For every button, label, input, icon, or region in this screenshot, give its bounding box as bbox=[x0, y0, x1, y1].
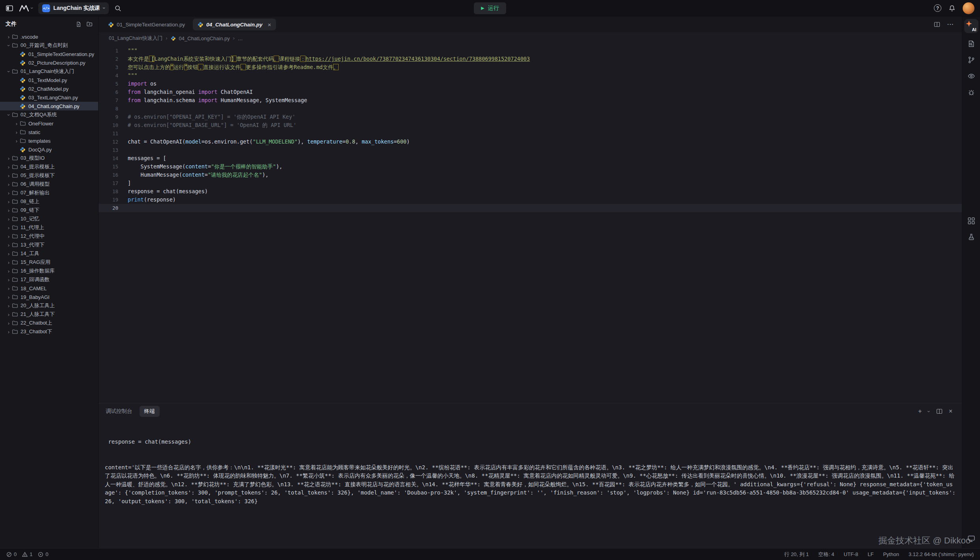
tree-folder-item[interactable]: ›15_RAG应用 bbox=[0, 258, 98, 267]
indentation[interactable]: 空格: 4 bbox=[818, 551, 834, 558]
new-file-icon[interactable] bbox=[76, 21, 82, 27]
code-line-content: # os.environ["OPENAI_API_KEY"] = '你的Open… bbox=[118, 113, 295, 121]
git-branch-icon[interactable] bbox=[965, 54, 977, 65]
tree-folder-item[interactable]: ›08_链上 bbox=[0, 197, 98, 206]
tab-terminal[interactable]: 终端 bbox=[140, 406, 160, 417]
eol-type[interactable]: LF bbox=[868, 551, 874, 557]
tree-folder-item[interactable]: ›12_代理中 bbox=[0, 232, 98, 241]
code-line[interactable]: 20 bbox=[99, 204, 962, 212]
tree-folder-item[interactable]: ›18_CAMEL bbox=[0, 284, 98, 293]
project-switcher[interactable]: </> LangChain 实战课 › bbox=[38, 2, 109, 14]
tree-folder-item[interactable]: ›.vscode bbox=[0, 32, 98, 41]
code-line[interactable]: 19print(response) bbox=[99, 196, 962, 204]
tree-folder-item[interactable]: ›21_人脉工具下 bbox=[0, 310, 98, 319]
eye-icon[interactable] bbox=[965, 71, 977, 82]
problems-warnings[interactable]: 1 bbox=[22, 551, 32, 557]
close-icon[interactable]: × bbox=[268, 22, 271, 28]
monitor-icon[interactable] bbox=[965, 533, 977, 544]
tree-folder-item[interactable]: ›19_BabyAGI bbox=[0, 293, 98, 301]
code-editor[interactable]: 1"""2本文件是【LangChain系统安装和快速入门】章节的配套代码。课程链… bbox=[99, 44, 962, 403]
python-interpreter[interactable]: 3.12.2 64-bit ('shims': pyenv) bbox=[909, 551, 974, 557]
breadcrumb-folder[interactable]: 01_LangChain快速入门 bbox=[109, 35, 163, 42]
tree-folder-item[interactable]: ›17_回调函数 bbox=[0, 275, 98, 284]
code-line[interactable]: 6from langchain_openai import ChatOpenAI bbox=[99, 88, 962, 96]
code-line[interactable]: 11 bbox=[99, 129, 962, 138]
tree-folder-item[interactable]: ›02_文档QA系统 bbox=[0, 110, 98, 119]
code-line[interactable]: 13 bbox=[99, 146, 962, 154]
tree-folder-item[interactable]: ›22_Chatbot上 bbox=[0, 319, 98, 327]
file-search-icon[interactable] bbox=[965, 38, 977, 49]
tab-chatlongchain-active[interactable]: 04_ChatLongChain.py × bbox=[193, 19, 276, 30]
help-icon[interactable]: ? bbox=[934, 4, 941, 12]
tree-folder-item[interactable]: ›01_LangChain快速入门 bbox=[0, 67, 98, 76]
code-line[interactable]: 15 SystemMessage(content="你是一个很棒的智能助手"), bbox=[99, 162, 962, 171]
tab-debug-console[interactable]: 调试控制台 bbox=[106, 408, 132, 415]
ports-indicator[interactable]: 0 bbox=[38, 551, 48, 557]
tree-folder-item[interactable]: ›templates bbox=[0, 136, 98, 145]
close-panel-icon[interactable]: × bbox=[949, 408, 952, 415]
code-line[interactable]: 5import os bbox=[99, 80, 962, 88]
tree-folder-item[interactable]: ›23_Chatbot下 bbox=[0, 327, 98, 336]
tree-folder-item[interactable]: ›14_工具 bbox=[0, 249, 98, 258]
code-line[interactable]: 7from langchain.schema import HumanMessa… bbox=[99, 96, 962, 105]
tree-folder-item[interactable]: ›OneFlower bbox=[0, 119, 98, 128]
tree-folder-item[interactable]: ›07_解析输出 bbox=[0, 189, 98, 197]
flask-test-icon[interactable] bbox=[965, 231, 977, 243]
tree-folder-item[interactable]: ›03_模型IO bbox=[0, 154, 98, 162]
extensions-grid-icon[interactable] bbox=[965, 215, 977, 226]
bug-debug-icon[interactable] bbox=[965, 87, 977, 98]
tree-folder-item[interactable]: ›13_代理下 bbox=[0, 241, 98, 249]
tree-file-item[interactable]: 02_PictureDescription.py bbox=[0, 58, 98, 67]
cursor-position[interactable]: 行 20, 列 1 bbox=[784, 551, 809, 558]
tree-folder-item[interactable]: ›04_提示模板上 bbox=[0, 162, 98, 171]
split-terminal-icon[interactable] bbox=[936, 408, 943, 414]
code-line[interactable]: 3您可以点击上方的“运行”按钮，直接运行该文件。更多操作指引请参考Readme.… bbox=[99, 63, 962, 71]
code-line[interactable]: 2本文件是【LangChain系统安装和快速入门】章节的配套代码。课程链接：ht… bbox=[99, 55, 962, 63]
marscode-logo[interactable]: › bbox=[19, 5, 33, 12]
tree-folder-item[interactable]: ›11_代理上 bbox=[0, 223, 98, 232]
code-line[interactable]: 16 HumanMessage(content="请给我的花店起个名"), bbox=[99, 171, 962, 179]
chevron-down-icon[interactable]: › bbox=[926, 411, 932, 412]
breadcrumb-file[interactable]: 04_ChatLongChain.py bbox=[179, 35, 230, 41]
encoding[interactable]: UTF-8 bbox=[844, 551, 858, 557]
user-avatar[interactable] bbox=[963, 2, 974, 14]
ai-assistant-button[interactable]: AI bbox=[964, 19, 978, 33]
tree-file-item[interactable]: 01_TextModel.py bbox=[0, 76, 98, 84]
tree-folder-item[interactable]: ›static bbox=[0, 128, 98, 136]
notifications-bell-icon[interactable] bbox=[948, 5, 956, 12]
tree-folder-item[interactable]: ›09_链下 bbox=[0, 206, 98, 215]
tree-file-item[interactable]: 03_TextLangChain.py bbox=[0, 93, 98, 102]
code-line[interactable]: 17] bbox=[99, 179, 962, 187]
code-line[interactable]: 1""" bbox=[99, 47, 962, 55]
run-button[interactable]: ▶ 运行 bbox=[474, 2, 506, 14]
tree-file-item[interactable]: 01_SimpleTextGeneration.py bbox=[0, 50, 98, 58]
code-line[interactable]: 12chat = ChatOpenAI(model=os.environ.get… bbox=[99, 138, 962, 146]
code-icon: </> bbox=[42, 4, 50, 12]
code-line[interactable]: 9# os.environ["OPENAI_API_KEY"] = '你的Ope… bbox=[99, 113, 962, 121]
tree-folder-item[interactable]: ›10_记忆 bbox=[0, 215, 98, 223]
tree-folder-item[interactable]: ›16_操作数据库 bbox=[0, 267, 98, 275]
search-icon[interactable] bbox=[114, 5, 121, 12]
code-line[interactable]: 18response = chat(messages) bbox=[99, 187, 962, 196]
split-editor-icon[interactable] bbox=[934, 21, 940, 28]
new-folder-icon[interactable] bbox=[86, 21, 93, 27]
tree-folder-item[interactable]: ›20_人脉工具上 bbox=[0, 301, 98, 310]
tab-simpletextgeneration[interactable]: 01_SimpleTextGeneration.py bbox=[102, 17, 190, 32]
code-line[interactable]: 10# os.environ["OPENAI_BASE_URL"] = 'Ope… bbox=[99, 121, 962, 129]
tree-folder-item[interactable]: ›06_调用模型 bbox=[0, 180, 98, 189]
problems-errors[interactable]: 0 bbox=[6, 551, 17, 557]
tree-folder-item[interactable]: ›00_开篇词_奇点时刻 bbox=[0, 41, 98, 50]
breadcrumb-more[interactable]: … bbox=[238, 35, 243, 41]
sidebar-toggle-icon[interactable] bbox=[6, 4, 13, 12]
tree-file-item[interactable]: DocQA.py bbox=[0, 145, 98, 154]
new-terminal-icon[interactable]: + bbox=[918, 408, 922, 415]
tree-file-item[interactable]: 02_ChatModel.py bbox=[0, 84, 98, 93]
code-line[interactable]: 8 bbox=[99, 105, 962, 113]
tree-folder-item[interactable]: ›05_提示模板下 bbox=[0, 171, 98, 180]
code-line[interactable]: 14messages = [ bbox=[99, 154, 962, 162]
code-line[interactable]: 4""" bbox=[99, 71, 962, 80]
tree-file-item[interactable]: 04_ChatLongChain.py bbox=[0, 102, 98, 110]
language-mode[interactable]: Python bbox=[883, 551, 899, 557]
terminal[interactable]: response = chat(messages) content='以下是一些… bbox=[99, 419, 962, 548]
more-actions-icon[interactable]: ··· bbox=[947, 21, 954, 28]
